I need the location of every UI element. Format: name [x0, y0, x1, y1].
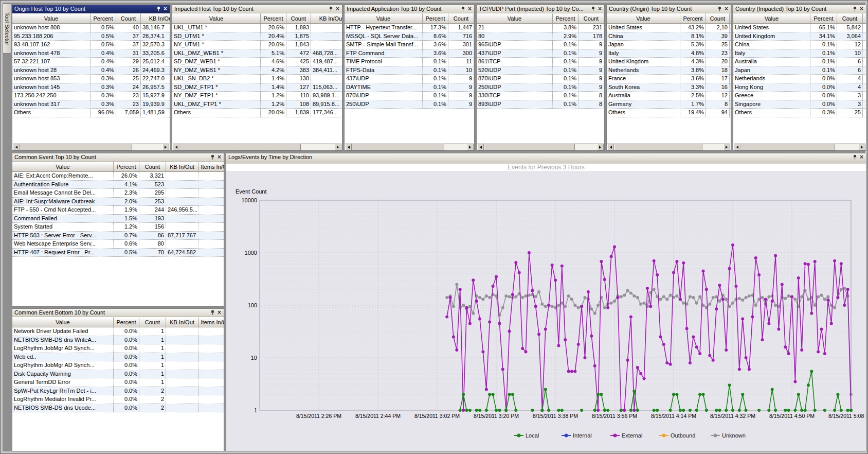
- table-row[interactable]: unknown host 1450.3%2426,957.5: [12, 83, 170, 92]
- column-header[interactable]: Count: [578, 13, 604, 23]
- table-row[interactable]: 250\UDP0.1%9: [477, 83, 604, 92]
- table-row[interactable]: HTTP 407 : Request Error - Pr...0.5%7064…: [12, 249, 224, 257]
- table-row[interactable]: NETBIOS SMB-DS dns Ucode...0.0%2: [12, 404, 224, 413]
- column-header[interactable]: Percent: [680, 13, 706, 23]
- scrollbar-thumb[interactable]: [740, 144, 835, 150]
- table-row[interactable]: United States65.1%5,842: [733, 24, 866, 32]
- table-row[interactable]: UKL_UTM1 *20.6%1,893: [172, 24, 342, 32]
- table-row[interactable]: 330\TCP0.1%8: [477, 92, 604, 100]
- table-row[interactable]: UKL_DMZ_FTP1 *1.2%10889,915.8...: [172, 100, 342, 109]
- pin-icon[interactable]: [460, 6, 466, 12]
- table-row[interactable]: 250\UDP0.1%9: [345, 100, 474, 109]
- table-row[interactable]: LogRhythm JobMgr AD Synch...0.0%1: [12, 361, 224, 370]
- column-header[interactable]: Percent: [423, 13, 448, 23]
- table-row[interactable]: UKL_DMZ_WEB1 *5.1%472468,728...: [172, 49, 342, 58]
- table-row[interactable]: AIE: Int:Susp:Malware Outbreak2.0%253: [12, 198, 224, 206]
- scrollbar-thumb[interactable]: [484, 144, 575, 150]
- scroll-left-arrow-icon[interactable]: [477, 144, 484, 150]
- table-row[interactable]: 802.9%178: [477, 32, 604, 41]
- legend-item-local[interactable]: Local: [514, 432, 539, 439]
- scrollbar-track[interactable]: [575, 144, 597, 150]
- tool-selector-tab[interactable]: Tool Selector: [3, 4, 11, 54]
- legend-item-internal[interactable]: Internal: [562, 432, 592, 439]
- pin-icon[interactable]: [155, 6, 162, 12]
- table-row[interactable]: FTP Command3.6%300: [345, 49, 474, 58]
- table-row[interactable]: 870\UDP0.1%9: [477, 75, 604, 83]
- column-header[interactable]: Count: [837, 13, 863, 23]
- close-icon[interactable]: ×: [596, 6, 603, 12]
- table-row[interactable]: 861\TCP0.1%9: [477, 58, 604, 66]
- scroll-left-arrow-icon[interactable]: [734, 144, 740, 150]
- scroll-right-arrow-icon[interactable]: [162, 144, 169, 150]
- table-row[interactable]: MSSQL - SQL Server Data...8.6%716: [345, 32, 474, 41]
- table-row[interactable]: 870\UDP0.1%9: [345, 92, 474, 100]
- table-row[interactable]: AIE: Ext:Accnt Comp:Remote...26.0%3,321: [12, 172, 224, 181]
- close-icon[interactable]: ×: [334, 6, 341, 12]
- pin-icon[interactable]: [209, 309, 216, 316]
- table-row[interactable]: 893\UDP0.1%8: [477, 100, 604, 109]
- column-header[interactable]: Count: [448, 13, 474, 23]
- table-row[interactable]: 437\UDP0.1%9: [345, 75, 474, 83]
- table-row[interactable]: Network Driver Update Failed0.0%1: [12, 327, 224, 336]
- column-header[interactable]: KB In/Out: [166, 317, 198, 327]
- table-row[interactable]: unknown host 280.4%2624,469.3: [12, 66, 170, 75]
- column-header[interactable]: Value: [733, 13, 810, 23]
- column-header[interactable]: KB In/Out: [311, 13, 342, 23]
- horizontal-scrollbar[interactable]: [607, 143, 730, 150]
- table-row[interactable]: SD_UTM1 *20.4%1,875: [172, 32, 342, 41]
- scroll-left-arrow-icon[interactable]: [345, 144, 352, 150]
- scroll-left-arrow-icon[interactable]: [173, 144, 179, 150]
- scroll-left-arrow-icon[interactable]: [607, 144, 614, 150]
- table-row[interactable]: SMTP - Simple Mail Transf...3.6%301: [345, 41, 474, 49]
- column-header[interactable]: Value: [607, 13, 680, 23]
- pin-icon[interactable]: [590, 6, 596, 12]
- scroll-right-arrow-icon[interactable]: [335, 144, 341, 150]
- pin-icon[interactable]: [209, 154, 216, 161]
- table-row[interactable]: Netherlands3.8%18: [607, 66, 731, 75]
- table-row[interactable]: Greece0.0%3: [733, 92, 866, 100]
- table-row[interactable]: unknown host 3170.3%2319,939.9: [12, 100, 170, 109]
- scroll-left-arrow-icon[interactable]: [13, 144, 20, 150]
- close-icon[interactable]: ×: [723, 6, 730, 12]
- close-icon[interactable]: ×: [466, 6, 473, 12]
- table-row[interactable]: Others19.4%94: [607, 109, 731, 117]
- table-row[interactable]: LogRhythm JobMgr AD Synch...0.0%1: [12, 344, 224, 353]
- column-header[interactable]: Count: [706, 13, 730, 23]
- column-header[interactable]: Count: [116, 13, 141, 23]
- pin-icon[interactable]: [852, 6, 858, 12]
- horizontal-scrollbar[interactable]: [345, 143, 474, 150]
- table-row[interactable]: DAYTIME0.1%9: [345, 83, 474, 92]
- table-row[interactable]: 93.48.107.1620.5%3732,570.3: [12, 41, 170, 49]
- table-row[interactable]: FTPS-Data0.1%10: [345, 66, 474, 75]
- table-row[interactable]: 520\UDP0.1%9: [477, 66, 604, 75]
- table-row[interactable]: 173.250.242.2500.3%2315,927.9: [12, 92, 170, 100]
- scroll-right-arrow-icon[interactable]: [859, 144, 865, 150]
- table-row[interactable]: Authentication Failure4.1%523: [12, 181, 224, 189]
- scrollbar-thumb[interactable]: [20, 144, 132, 150]
- column-header[interactable]: Count: [139, 162, 166, 171]
- table-row[interactable]: unknown host 8080.5%4038,146.7: [12, 24, 170, 32]
- scroll-right-arrow-icon[interactable]: [597, 144, 604, 150]
- column-header[interactable]: Value: [12, 13, 91, 23]
- table-row[interactable]: Germany1.7%8: [607, 100, 731, 109]
- table-row[interactable]: Web cd..0.0%1: [12, 353, 224, 362]
- table-row[interactable]: UKL_SN_DB2 *1.4%130: [172, 75, 342, 83]
- table-row[interactable]: unknown host 8530.3%2522,747.0: [12, 75, 170, 83]
- table-row[interactable]: NY_DMZ_WEB1 *4.2%383384,411...: [172, 66, 342, 75]
- column-header[interactable]: Items In/Out: [198, 162, 224, 171]
- table-row[interactable]: HTTP - Hypertext Transfer...17.3%1,447: [345, 24, 474, 32]
- pin-icon[interactable]: [852, 154, 858, 161]
- table-row[interactable]: Web Netscape Enterprise Serv...0.6%80: [12, 240, 224, 249]
- horizontal-scrollbar[interactable]: [13, 143, 169, 150]
- table-row[interactable]: United States43.2%2,10: [607, 24, 731, 32]
- table-row[interactable]: Japan5.3%25: [607, 41, 731, 49]
- table-row[interactable]: NY_UTM1 *20.0%1,843: [172, 41, 342, 49]
- table-row[interactable]: Italy4.8%23: [607, 49, 731, 58]
- table-row[interactable]: Others0.3%25: [733, 109, 866, 117]
- legend-item-external[interactable]: External: [610, 432, 642, 439]
- table-row[interactable]: 965\UDP0.1%9: [477, 41, 604, 49]
- close-icon[interactable]: ×: [162, 6, 169, 12]
- column-header[interactable]: Value: [12, 317, 114, 327]
- scroll-right-arrow-icon[interactable]: [467, 144, 474, 150]
- close-icon[interactable]: ×: [216, 154, 223, 161]
